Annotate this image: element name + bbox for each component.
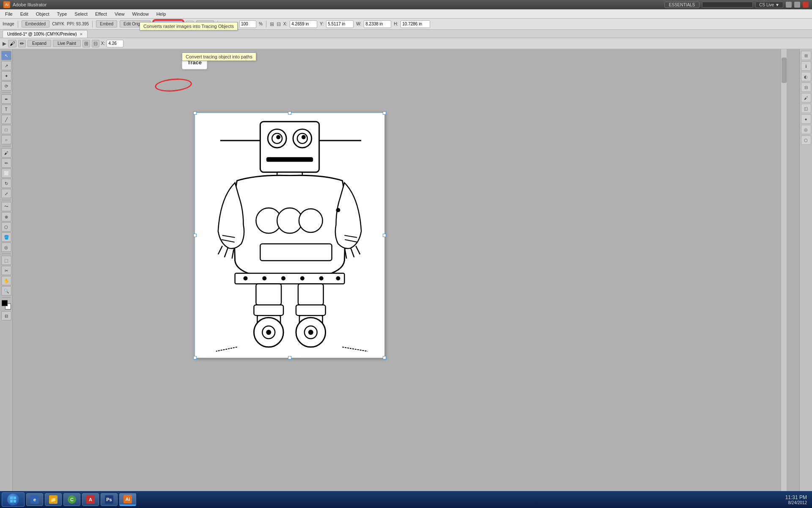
taskbar: e 📁 C A Ps Ai 11:31 PM 8/24/2012: [0, 491, 812, 508]
fill-stroke-color[interactable]: [2, 300, 11, 309]
svg-point-27: [336, 276, 340, 281]
embed-button[interactable]: Embed: [96, 20, 117, 28]
x-input[interactable]: [290, 20, 317, 28]
shape-builder[interactable]: ⬡: [1, 222, 11, 232]
handle-bottom-center[interactable]: [288, 356, 291, 359]
vertical-scrollbar[interactable]: [781, 49, 787, 495]
taskbar-ie[interactable]: e: [26, 493, 43, 506]
scale-tool[interactable]: ⤢: [1, 189, 11, 198]
selection-tool[interactable]: ↖: [1, 51, 11, 60]
canvas-document[interactable]: [195, 113, 385, 358]
panel-btn-8[interactable]: ◎: [801, 125, 811, 134]
live-paint-tool[interactable]: 🪣: [1, 232, 11, 242]
maximize-button[interactable]: [794, 2, 800, 8]
warp-tool[interactable]: 〜: [1, 202, 11, 211]
line-tool[interactable]: ╱: [1, 115, 11, 124]
menu-view[interactable]: View: [111, 11, 128, 17]
close-button[interactable]: [803, 2, 809, 8]
sec-x-input[interactable]: [107, 40, 123, 47]
handle-top-right[interactable]: [383, 111, 386, 115]
expand-button[interactable]: Expand: [27, 40, 51, 47]
menu-file[interactable]: File: [2, 11, 16, 17]
menu-edit[interactable]: Edit: [17, 11, 32, 17]
menu-type[interactable]: Type: [54, 11, 71, 17]
panel-btn-4[interactable]: ⊟: [801, 83, 811, 92]
clock-date: 8/24/2012: [785, 500, 807, 505]
taskbar-photoshop[interactable]: Ps: [101, 493, 118, 506]
view-icon[interactable]: ⊟: [92, 40, 99, 47]
slice-tool[interactable]: ✂: [1, 266, 11, 275]
secondary-toolbar: ▶ 🖌 ✏ Expand Live Paint ⊞ ⊟ X:: [0, 38, 812, 49]
opacity-input[interactable]: [239, 20, 256, 28]
handle-bottom-left[interactable]: [193, 356, 197, 359]
menu-window[interactable]: Window: [129, 11, 152, 17]
cs-live-button[interactable]: CS Live ▼: [755, 2, 783, 8]
v-scroll-thumb[interactable]: [782, 58, 787, 83]
live-paint-button[interactable]: Live Paint: [53, 40, 81, 47]
handle-top-center[interactable]: [288, 111, 291, 115]
ppi-label: PPI: 93.395: [67, 22, 89, 26]
panel-btn-1[interactable]: ⊞: [801, 51, 811, 60]
direct-selection-tool[interactable]: ↗: [1, 61, 11, 70]
pencil-tool-btn[interactable]: ✏: [18, 40, 26, 47]
pencil-tool[interactable]: ✏: [1, 158, 11, 168]
panel-btn-5[interactable]: 🖌: [801, 93, 811, 102]
brush-tool-btn[interactable]: 🖌: [8, 40, 16, 47]
paintbrush-tool[interactable]: 🖌: [1, 148, 11, 157]
taskbar-folder[interactable]: 📁: [45, 493, 62, 506]
menu-object[interactable]: Object: [33, 11, 53, 17]
tab-close[interactable]: ✕: [80, 32, 83, 36]
robot-drawing: [195, 113, 384, 358]
screen-mode[interactable]: ⊟: [1, 311, 11, 320]
options-icon[interactable]: ⊞: [82, 40, 90, 47]
embedded-button[interactable]: Embedded: [22, 20, 49, 28]
y-input[interactable]: [326, 20, 354, 28]
panel-btn-7[interactable]: ●: [801, 114, 811, 124]
tab-bar: Untitled-1* @ 100% (CMYK/Preview) ✕: [0, 30, 812, 38]
document-tab[interactable]: Untitled-1* @ 100% (CMYK/Preview) ✕: [3, 30, 88, 38]
svg-rect-21: [235, 273, 345, 284]
live-paint-select[interactable]: ◎: [1, 243, 11, 252]
folder-icon: 📁: [49, 495, 58, 504]
hand-tool[interactable]: ✋: [1, 276, 11, 285]
handle-top-left[interactable]: [193, 111, 197, 115]
svg-rect-11: [260, 244, 332, 261]
h-input[interactable]: [401, 20, 430, 28]
svg-rect-47: [10, 497, 13, 499]
taskbar-illustrator[interactable]: Ai: [119, 493, 136, 506]
right-panel: ⊞ ℹ ◐ ⊟ 🖌 ◫ ● ◎ ⬡: [799, 49, 812, 495]
handle-middle-right[interactable]: [383, 234, 386, 237]
taskbar-chrome[interactable]: C: [63, 493, 80, 506]
type-tool[interactable]: T: [1, 105, 11, 114]
eraser-tool[interactable]: ⬜: [1, 168, 11, 178]
panel-btn-9[interactable]: ⬡: [801, 135, 811, 145]
panel-btn-6[interactable]: ◫: [801, 104, 811, 113]
zoom-tool[interactable]: 🔍: [1, 286, 11, 295]
illustrator-icon: Ai: [123, 495, 132, 503]
panel-btn-3[interactable]: ◐: [801, 72, 811, 81]
svg-rect-49: [10, 500, 13, 502]
taskbar-pdf[interactable]: A: [82, 493, 99, 506]
start-button[interactable]: [2, 492, 25, 507]
canvas-area[interactable]: Trace: [13, 49, 799, 495]
essentials-button[interactable]: ESSENTIALS: [664, 2, 700, 8]
toolbar-toggle[interactable]: ▶: [3, 41, 6, 47]
ellipse-tool[interactable]: ○: [1, 135, 11, 144]
svg-point-8: [302, 135, 306, 139]
magic-wand-tool[interactable]: ✦: [1, 71, 11, 80]
free-transform[interactable]: ⊕: [1, 212, 11, 221]
search-input[interactable]: [702, 3, 736, 8]
menu-effect[interactable]: Effect: [92, 11, 110, 17]
handle-middle-left[interactable]: [193, 234, 197, 237]
artboard-tool[interactable]: ⬚: [1, 256, 11, 265]
pen-tool[interactable]: ✒: [1, 94, 11, 104]
handle-bottom-right[interactable]: [383, 356, 386, 359]
rect-tool[interactable]: □: [1, 125, 11, 134]
w-input[interactable]: [364, 20, 391, 28]
menu-help[interactable]: Help: [153, 11, 170, 17]
lasso-tool[interactable]: ⟳: [1, 81, 11, 91]
minimize-button[interactable]: [786, 2, 792, 8]
rotate-tool[interactable]: ↻: [1, 179, 11, 188]
menu-select[interactable]: Select: [71, 11, 91, 17]
panel-btn-2[interactable]: ℹ: [801, 61, 811, 71]
